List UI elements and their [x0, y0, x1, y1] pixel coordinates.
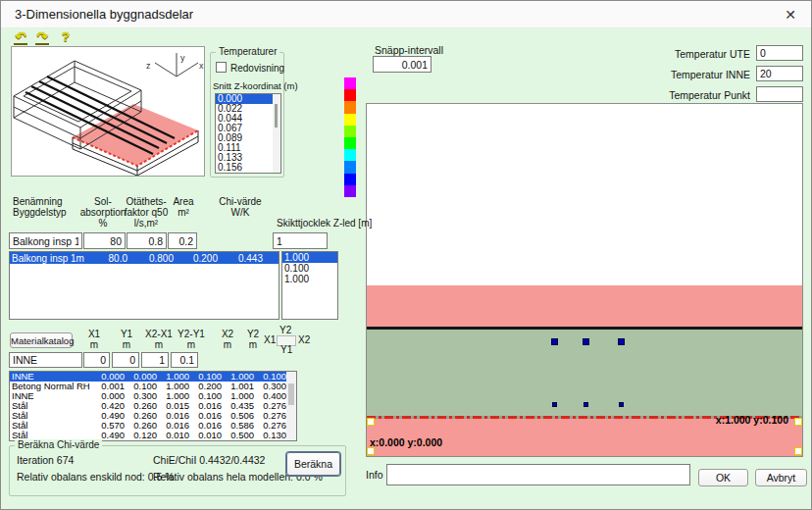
obalans-nod-text: Relativ obalans enskild nod: 0.5 % [17, 471, 175, 483]
selection-handle[interactable] [367, 418, 375, 426]
compass-bottom: Y1 [280, 344, 292, 355]
steel-node-marker[interactable] [583, 338, 589, 345]
temp-punkt-label: Temperatur Punkt [669, 89, 750, 101]
window-title: 3-Dimensionella byggnadsdelar [15, 7, 193, 22]
part-sol: 80.0 [100, 253, 127, 265]
compass-top: Y2 [279, 325, 291, 335]
steel-node-marker[interactable] [551, 338, 558, 345]
selection-handle[interactable] [794, 418, 802, 426]
part-q50: 0.800 [127, 253, 174, 265]
part-name-input[interactable] [9, 232, 82, 249]
parts-list-row[interactable]: Balkong insp 1m 80.0 0.800 0.200 0.443 [10, 252, 279, 264]
coord-header-x2: X2 m [214, 329, 241, 350]
part-q50-input[interactable] [127, 232, 167, 249]
parts-header-area: Area m² [166, 196, 201, 218]
close-icon[interactable]: ✕ [782, 6, 799, 24]
temp-ute-input[interactable] [756, 45, 803, 61]
coord-header-y1: Y1 m [113, 329, 140, 350]
temp-punkt-input[interactable] [756, 86, 803, 102]
z-list-item[interactable]: 0.178 [216, 173, 280, 174]
coord-y1-input[interactable] [112, 352, 139, 368]
part-sol-input[interactable] [83, 232, 126, 249]
z-coordinate-list[interactable]: 0.000 0.022 0.044 0.067 0.089 0.111 0.13… [215, 93, 281, 174]
compass-left: X1 [264, 334, 276, 345]
axis-icon [155, 53, 198, 76]
iteration-text: Iteration 674 [17, 454, 74, 466]
help-icon[interactable]: ? [58, 30, 74, 45]
cancel-button[interactable]: Avbryt [755, 469, 807, 486]
redo-underline [35, 43, 49, 45]
coord-x1-input[interactable] [83, 352, 110, 368]
axis-x-label: x [199, 61, 204, 71]
parts-header-sol: Sol- absorption % [79, 196, 127, 229]
berakna-button[interactable]: Beräkna [286, 452, 340, 476]
info-label: Info [366, 469, 383, 481]
titlebar: 3-Dimensionella byggnadsdelar ✕ [1, 1, 811, 28]
skikt-input[interactable] [273, 232, 328, 249]
parts-header-name: Benämning Byggdelstyp [13, 196, 66, 218]
coord-label-top-right: x:1.000 y:0.100 [716, 414, 788, 426]
skikt-list-item[interactable]: 0.100 [282, 263, 337, 274]
steel-node-marker[interactable] [584, 402, 588, 407]
ok-button[interactable]: OK [698, 469, 748, 486]
undo-icon[interactable]: ↶ [13, 30, 28, 45]
temp-inne-input[interactable] [756, 66, 803, 81]
steel-node-marker[interactable] [552, 402, 557, 407]
part-name: Balkong insp 1m [12, 253, 100, 265]
skikt-label: Skikttjocklek Z-led [m] [277, 218, 372, 229]
coord-dx-input[interactable] [141, 352, 169, 368]
part-area-input[interactable] [168, 232, 197, 249]
selection-handle[interactable] [367, 447, 375, 455]
redo-glyph: ↷ [37, 29, 48, 44]
skikt-list-item[interactable]: 1.000 [282, 274, 337, 284]
axis-y-label: y [180, 53, 185, 63]
part-area: 0.200 [174, 253, 218, 265]
redovisning-checkbox[interactable] [216, 62, 227, 73]
parts-header-chi: Chi-värde W/K [217, 196, 264, 218]
dialog-3d-byggnadsdelar: 3-Dimensionella byggnadsdelar ✕ ↶ ↷ ? [0, 0, 812, 510]
compass-right: X2 [298, 334, 310, 345]
chi-ratio-text: ChiE/ChiI 0.4432/0.4432 [153, 454, 265, 466]
layer-band-pink-top[interactable] [367, 285, 802, 327]
materialkatalog-button[interactable]: Materialkatalog [10, 332, 73, 348]
coord-header-dx: X2-X1 m [141, 329, 177, 350]
steel-node-marker[interactable] [618, 338, 625, 345]
color-scale [344, 77, 356, 197]
coord-header-dy: Y2-Y1 m [174, 329, 209, 350]
undo-glyph: ↶ [16, 29, 26, 44]
model-3d-preview: y z x [11, 46, 205, 177]
z-list-scrollbar[interactable] [273, 94, 280, 173]
axis-z-label: z [146, 61, 151, 71]
parts-list[interactable]: Balkong insp 1m 80.0 0.800 0.200 0.443 [9, 251, 279, 320]
redovisning-label: Redovisning [230, 63, 284, 74]
coord-header-x1: X1 m [80, 329, 108, 350]
coord-label-bottom-left: x:0.000 y:0.000 [370, 436, 442, 448]
wireframe-drawing: y z x [12, 47, 204, 176]
coord-name-input[interactable] [9, 352, 82, 368]
help-glyph: ? [62, 29, 70, 44]
berakna-group-label: Beräkna Chi-värde [15, 439, 102, 450]
info-input[interactable] [386, 464, 690, 485]
coord-dy-input[interactable] [171, 352, 198, 368]
cross-section-canvas[interactable]: x:1.000 y:0.100 x:0.000 y:0.000 [366, 103, 803, 457]
parts-header-q50: Otäthets- faktor q50 l/s,m² [123, 196, 170, 229]
snapp-input[interactable] [373, 56, 431, 73]
part-chi: 0.443 [218, 253, 263, 265]
undo-underline [14, 43, 27, 45]
coordinate-table[interactable]: INNE0.0000.0001.0000.1001.0000.100 Beton… [9, 371, 297, 441]
temp-ute-label: Temperatur UTE [675, 48, 750, 60]
snitt-z-label: Snitt Z-koordinat (m) [213, 80, 298, 91]
selection-handle[interactable] [794, 447, 802, 455]
temp-inne-label: Temperatur INNE [671, 69, 750, 80]
coordinate-table-scrollbar[interactable] [286, 372, 296, 440]
coord-header-y2: Y2 m [239, 329, 267, 350]
skikt-list-item[interactable]: 1.000 [282, 252, 337, 263]
temperaturer-group-label: Temperaturer [216, 46, 279, 57]
steel-node-marker[interactable] [619, 402, 624, 407]
snapp-label: Snäpp-intervall [375, 44, 443, 56]
skikt-list[interactable]: 1.000 0.100 1.000 [281, 251, 338, 320]
redo-icon[interactable]: ↷ [34, 30, 50, 45]
